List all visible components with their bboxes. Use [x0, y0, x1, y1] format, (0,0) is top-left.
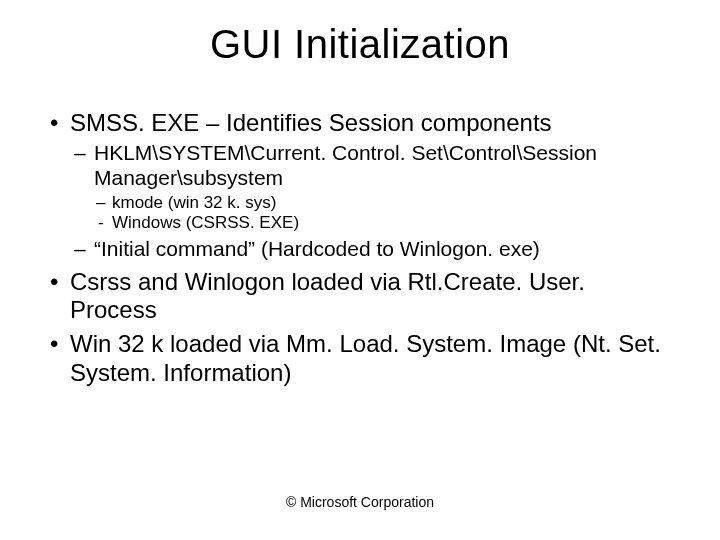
bullet-windows-csrss: Windows (CSRSS. EXE) — [94, 213, 676, 233]
bullet-win32k: Win 32 k loaded via Mm. Load. System. Im… — [44, 330, 676, 387]
bullet-csrss-winlogon: Csrss and Winlogon loaded via Rtl.Create… — [44, 268, 676, 325]
copyright-footer: © Microsoft Corporation — [0, 494, 720, 510]
bullet-text: kmode (win 32 k. sys) — [112, 193, 276, 212]
bullet-smss: SMSS. EXE – Identifies Session component… — [44, 109, 676, 262]
slide-title: GUI Initialization — [0, 0, 720, 73]
bullet-text: SMSS. EXE – Identifies Session component… — [70, 109, 552, 136]
slide: GUI Initialization SMSS. EXE – Identifie… — [0, 0, 720, 540]
sub-list: HKLM\SYSTEM\Current. Control. Set\Contro… — [70, 141, 676, 261]
sub-sub-list: kmode (win 32 k. sys) Windows (CSRSS. EX… — [94, 193, 676, 233]
bullet-text: “Initial command” (Hardcoded to Winlogon… — [94, 237, 540, 260]
bullet-text: Csrss and Winlogon loaded via Rtl.Create… — [70, 268, 585, 323]
bullet-list: SMSS. EXE – Identifies Session component… — [44, 109, 676, 387]
bullet-text: Windows (CSRSS. EXE) — [112, 213, 299, 232]
bullet-text: HKLM\SYSTEM\Current. Control. Set\Contro… — [94, 141, 597, 189]
slide-body: SMSS. EXE – Identifies Session component… — [0, 73, 720, 387]
bullet-text: Win 32 k loaded via Mm. Load. System. Im… — [70, 330, 661, 385]
bullet-registry-path: HKLM\SYSTEM\Current. Control. Set\Contro… — [70, 141, 676, 233]
bullet-initial-command: “Initial command” (Hardcoded to Winlogon… — [70, 237, 676, 262]
bullet-kmode: kmode (win 32 k. sys) — [94, 193, 676, 213]
